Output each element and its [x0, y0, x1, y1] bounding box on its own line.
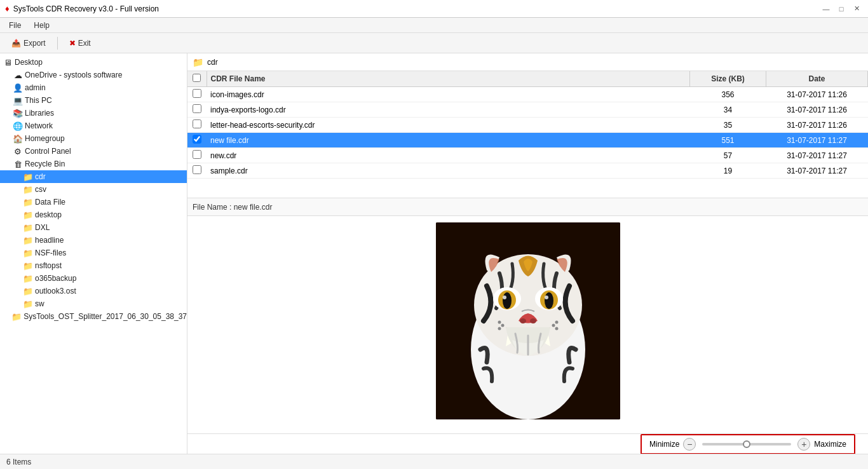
sidebar-item-libraries[interactable]: 📚Libraries [0, 107, 187, 119]
tree-label: o365backup [35, 274, 76, 283]
sidebar-item-thispc[interactable]: 💻This PC [0, 94, 187, 107]
export-button[interactable]: 📤 Export [5, 37, 52, 50]
tree-icon-thispc: 💻 [13, 95, 23, 105]
zoom-out-button[interactable]: − [683, 438, 696, 451]
tree-icon-user: 👤 [13, 83, 23, 93]
sidebar-item-admin[interactable]: 👤admin [0, 81, 187, 94]
maximize-window-button[interactable]: □ [835, 3, 848, 15]
sidebar-tree[interactable]: 🖥Desktop☁OneDrive - systools software👤ad… [0, 53, 187, 454]
tree-label: sw [35, 299, 44, 308]
tree-icon-folder: 📁 [23, 261, 33, 271]
sidebar-item-controlpanel[interactable]: ⚙Control Panel [0, 145, 187, 158]
tree-label: nsftopst [35, 261, 62, 270]
table-row[interactable]: new file.cdr 551 31-07-2017 11:27 [187, 133, 868, 148]
table-row[interactable]: new.cdr 57 31-07-2017 11:27 [187, 148, 868, 163]
tree-icon-folder: 📁 [23, 197, 33, 207]
sidebar-item-onedrive[interactable]: ☁OneDrive - systools software [0, 69, 187, 81]
table-row[interactable]: icon-images.cdr 356 31-07-2017 11:26 [187, 87, 868, 102]
zoom-slider-track[interactable] [702, 443, 791, 445]
select-all-checkbox[interactable] [193, 74, 201, 82]
tree-label: Network [25, 121, 53, 130]
titlebar-left: ♦ SysTools CDR Recovery v3.0 - Full vers… [5, 4, 159, 13]
tree-icon-folder: 📁 [23, 248, 33, 258]
close-window-button[interactable]: ✕ [850, 3, 863, 15]
filename-bar: File Name : new file.cdr [187, 198, 868, 216]
sidebar-item-dxl[interactable]: 📁DXL [0, 221, 187, 234]
tree-label: Homegroup [25, 134, 65, 143]
titlebar: ♦ SysTools CDR Recovery v3.0 - Full vers… [0, 0, 868, 18]
row-checkbox[interactable] [193, 119, 201, 128]
titlebar-controls: — □ ✕ [820, 3, 863, 15]
table-row[interactable]: indya-exports-logo.cdr 34 31-07-2017 11:… [187, 102, 868, 118]
svg-point-7 [503, 292, 512, 309]
row-checkbox[interactable] [193, 89, 201, 98]
tree-icon-folder: 📁 [23, 286, 33, 296]
row-name: new.cdr [207, 148, 690, 163]
exit-button[interactable]: ✖ Exit [63, 37, 97, 50]
main-area: 🖥Desktop☁OneDrive - systools software👤ad… [0, 53, 868, 454]
file-table-area[interactable]: CDR File Name Size (KB) Date icon-images… [187, 71, 868, 198]
tree-label: desktop [35, 210, 62, 219]
sidebar-item-csv[interactable]: 📁csv [0, 183, 187, 196]
zoom-control: Minimize − + Maximize [641, 434, 855, 454]
tree-icon-folder: 📁 [23, 273, 33, 283]
row-size: 356 [690, 87, 766, 102]
svg-point-18 [555, 321, 558, 324]
col-header-checkbox [187, 71, 207, 87]
row-checkbox-cell[interactable] [187, 87, 207, 102]
row-checkbox-cell[interactable] [187, 163, 207, 179]
sidebar-item-o365backup[interactable]: 📁o365backup [0, 272, 187, 285]
table-row[interactable]: sample.cdr 19 31-07-2017 11:27 [187, 163, 868, 179]
zoom-in-button[interactable]: + [797, 438, 810, 451]
sidebar-item-nsffiles[interactable]: 📁NSF-files [0, 247, 187, 259]
sidebar-item-systoolsost[interactable]: 📁SysTools_OST_Splitter_2017_06_30_05_38_… [0, 310, 187, 323]
tree-label: csv [35, 185, 46, 194]
sidebar-item-outlook3ost[interactable]: 📁outlook3.ost [0, 285, 187, 297]
row-name: new file.cdr [207, 133, 690, 148]
exit-icon: ✖ [69, 39, 76, 48]
filename-label: File Name : new file.cdr [193, 203, 272, 212]
sidebar-item-desktop2[interactable]: 📁desktop [0, 208, 187, 221]
tree-icon-folder: 📁 [23, 184, 33, 194]
minimize-window-button[interactable]: — [820, 3, 832, 15]
table-row[interactable]: letter-head-escorts-security.cdr 35 31-0… [187, 118, 868, 133]
sidebar-item-headline[interactable]: 📁headline [0, 234, 187, 247]
tree-label: Desktop [15, 58, 43, 67]
sidebar-item-desktop[interactable]: 🖥Desktop [0, 56, 187, 69]
menu-file[interactable]: File [3, 20, 27, 31]
sidebar-item-homegroup[interactable]: 🏠Homegroup [0, 132, 187, 145]
zoom-slider-thumb[interactable] [743, 440, 750, 448]
row-name: indya-exports-logo.cdr [207, 102, 690, 118]
row-checkbox[interactable] [193, 165, 201, 174]
row-checkbox-cell[interactable] [187, 118, 207, 133]
svg-point-16 [552, 324, 555, 327]
zoom-minimize-label: Minimize [649, 440, 679, 449]
toolbar: 📤 Export ✖ Exit [0, 33, 868, 53]
export-label: Export [24, 39, 46, 48]
tiger-preview [436, 222, 620, 419]
row-checkbox[interactable] [193, 104, 201, 113]
toolbar-separator [57, 37, 58, 50]
preview-scroll[interactable] [187, 216, 868, 433]
sidebar-item-cdr[interactable]: 📁cdr [0, 170, 187, 183]
row-date: 31-07-2017 11:27 [766, 163, 868, 179]
row-checkbox-cell[interactable] [187, 148, 207, 163]
tree-label: Control Panel [25, 147, 71, 156]
row-size: 57 [690, 148, 766, 163]
col-header-date: Date [766, 71, 868, 87]
sidebar-item-datafile[interactable]: 📁Data File [0, 196, 187, 208]
sidebar-item-sw[interactable]: 📁sw [0, 297, 187, 310]
tree-icon-recycle: 🗑 [13, 159, 23, 169]
tree-label: Recycle Bin [25, 160, 65, 168]
content-area: 📁 cdr CDR File Name Size (KB) Date icon-… [187, 53, 868, 454]
sidebar-item-network[interactable]: 🌐Network [0, 119, 187, 132]
row-checkbox-cell[interactable] [187, 133, 207, 148]
row-checkbox-cell[interactable] [187, 102, 207, 118]
row-checkbox[interactable] [193, 135, 201, 144]
menu-help[interactable]: Help [27, 20, 56, 31]
sidebar-item-recycle[interactable]: 🗑Recycle Bin [0, 158, 187, 170]
sidebar-item-nsftopst[interactable]: 📁nsftopst [0, 259, 187, 272]
row-checkbox[interactable] [193, 150, 201, 159]
menubar: File Help [0, 18, 868, 33]
tree-label: headline [35, 236, 64, 245]
